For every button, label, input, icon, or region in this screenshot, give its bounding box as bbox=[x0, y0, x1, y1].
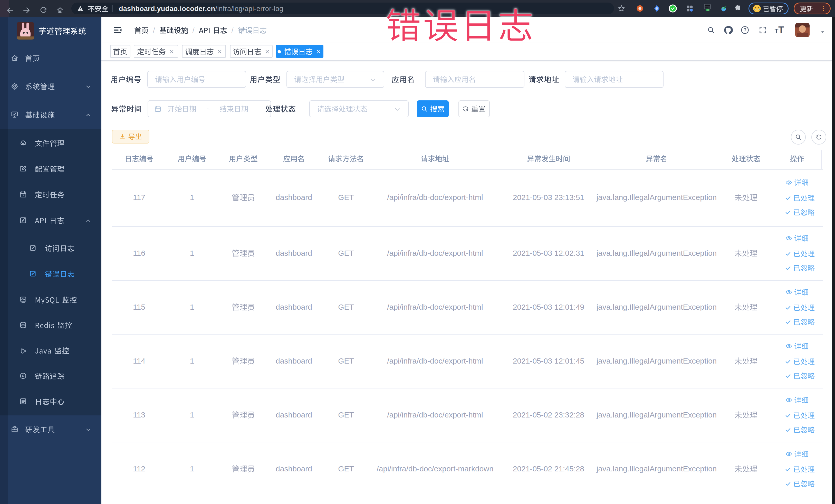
svg-text:on: on bbox=[707, 9, 709, 11]
